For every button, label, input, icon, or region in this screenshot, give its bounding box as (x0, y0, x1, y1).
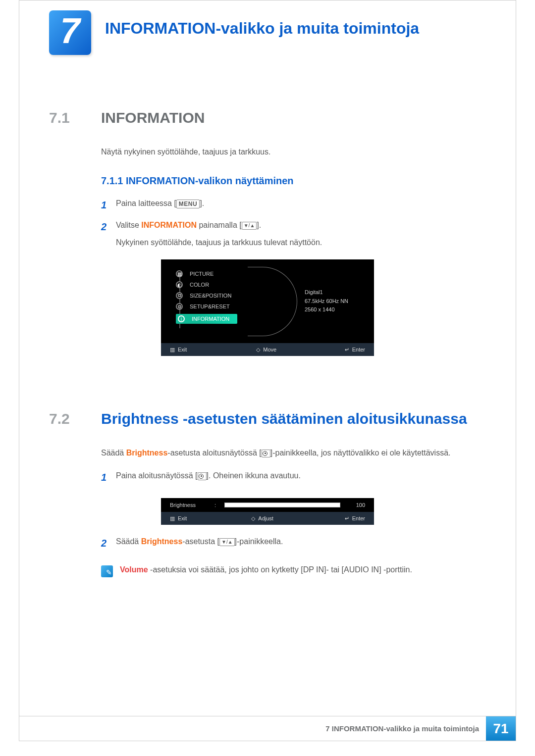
step-2: 2 Valitse INFORMATION painamalla [/]. (101, 218, 486, 235)
chapter-title: INFORMATION-valikko ja muita toimintoja (105, 19, 419, 38)
step-number: 2 (101, 218, 116, 235)
enter-icon: ↵ (345, 347, 349, 353)
picture-icon: ▦ (176, 270, 183, 277)
section-7-1-intro: Näytä nykyinen syöttölähde, taajuus ja t… (101, 146, 486, 158)
footer-page-number: 71 (486, 716, 516, 741)
osd-footer-enter: Enter (352, 347, 365, 353)
osd-brightness-row: Brightness : 100 (161, 498, 374, 512)
text: ]. Oheinen ikkuna avautuu. (207, 471, 301, 480)
osd-brightness-label: Brightness (170, 502, 214, 508)
osd-item-color: ◐COLOR (176, 279, 237, 290)
text: ]. (257, 221, 261, 229)
osd-curve-decoration (248, 267, 297, 336)
text: -asetusta aloitusnäytössä [ (167, 449, 261, 457)
note-row: Volume -asetuksia voi säätää, jos johto … (101, 565, 486, 577)
step-2-72: 2 Säädä Brightness-asetusta [/]-painikke… (101, 535, 486, 552)
text: Säädä (116, 537, 141, 546)
down-up-arrow-icon: / (219, 538, 235, 546)
text: ]-painikkeella, jos näyttövalikko ei ole… (270, 449, 451, 457)
osd-footer-exit: Exit (178, 347, 187, 353)
text: Valitse (116, 221, 141, 229)
menu-button-icon: MENU (176, 200, 200, 208)
exit-icon: ▥ (170, 347, 175, 353)
step-text: Paina aloitusnäytössä []. Oheinen ikkuna… (116, 469, 486, 482)
osd-information-menu: ▦PICTURE ◐COLOR ⧉SIZE&POSITION ⚙SETUP&RE… (161, 259, 374, 356)
osd-item-label: PICTURE (190, 271, 214, 277)
jog-button-icon (198, 472, 207, 480)
osd-item-size-position: ⧉SIZE&POSITION (176, 290, 237, 301)
text: Paina laitteessa [ (116, 199, 176, 207)
step-number: 2 (101, 535, 116, 552)
section-7-1-heading: 7.1 INFORMATION (49, 109, 486, 126)
osd-item-information: iINFORMATION (176, 312, 237, 326)
osd-footer-move: Move (263, 347, 276, 353)
subsection-7-1-1-heading: 7.1.1 INFORMATION-valikon näyttäminen (101, 175, 486, 187)
highlight: Volume (120, 565, 148, 574)
step-text: Säädä Brightness-asetusta [/]-painikkeel… (116, 535, 486, 548)
step-text: Valitse INFORMATION painamalla [/]. (116, 218, 486, 232)
osd-item-label: INFORMATION (192, 316, 229, 322)
osd-footer-adjust: Adjust (258, 515, 273, 521)
chapter-header: 7 INFORMATION-valikko ja muita toimintoj… (19, 0, 516, 55)
down-up-arrow-icon: / (242, 222, 257, 230)
step-number: 1 (101, 469, 116, 486)
osd-footer-enter: Enter (352, 515, 365, 521)
osd-brightness-panel: Brightness : 100 ▥Exit ◇Adjust ↵Enter (161, 498, 374, 525)
step-1-72: 1 Paina aloitusnäytössä []. Oheinen ikku… (101, 469, 486, 486)
osd-footer: ▥Exit ◇Adjust ↵Enter (161, 512, 374, 525)
information-icon: i (178, 315, 185, 322)
step-1: 1 Paina laitteessa [MENU]. (101, 197, 486, 213)
section-number: 7.1 (49, 109, 101, 126)
exit-icon: ▥ (170, 515, 175, 522)
text: -asetusta [ (182, 537, 219, 546)
osd-info-freq: 67.5kHz 60Hz NN (305, 297, 348, 306)
step-text: Paina laitteessa [MENU]. (116, 197, 486, 210)
osd-item-label: SIZE&POSITION (190, 293, 231, 299)
page-footer: 7 INFORMATION-valikko ja muita toimintoj… (19, 716, 516, 741)
setup-reset-icon: ⚙ (176, 303, 183, 310)
osd-brightness-value: 100 (340, 502, 365, 508)
section-7-2-heading: 7.2 Brightness -asetusten säätäminen alo… (49, 410, 486, 427)
osd-info-panel: Digital1 67.5kHz 60Hz NN 2560 x 1440 (305, 288, 348, 314)
osd-item-label: COLOR (190, 282, 209, 288)
highlight: INFORMATION (141, 221, 197, 229)
osd-brightness-bar (224, 503, 340, 507)
note-text: Volume -asetuksia voi säätää, jos johto … (120, 565, 412, 574)
colon: : (214, 502, 224, 508)
osd-info-resolution: 2560 x 1440 (305, 305, 348, 314)
jog-button-icon (262, 450, 270, 457)
footer-chapter-text: 7 INFORMATION-valikko ja muita toimintoj… (325, 716, 486, 741)
step-2-note: Nykyinen syöttölähde, taajuus ja tarkkuu… (116, 238, 486, 247)
color-icon: ◐ (176, 281, 183, 288)
osd-item-picture: ▦PICTURE (176, 268, 237, 279)
text: ]-painikkeella. (235, 537, 283, 546)
osd-footer-exit: Exit (178, 515, 187, 521)
size-position-icon: ⧉ (176, 292, 183, 299)
osd-footer: ▥Exit ◇Move ↵Enter (161, 343, 374, 356)
osd-item-label: SETUP&RESET (190, 303, 230, 309)
enter-icon: ↵ (345, 515, 349, 522)
move-icon: ◇ (256, 347, 260, 353)
text: -asetuksia voi säätää, jos johto on kytk… (148, 565, 412, 574)
section-title: INFORMATION (101, 109, 205, 126)
highlight: Brightness (141, 537, 183, 546)
highlight: Brightness (126, 449, 168, 457)
adjust-icon: ◇ (251, 515, 255, 522)
step-number: 1 (101, 197, 116, 213)
text: Paina aloitusnäytössä [ (116, 471, 198, 480)
note-icon (101, 565, 113, 577)
chapter-number-badge: 7 (49, 10, 91, 55)
section-number: 7.2 (49, 410, 101, 427)
text: ]. (200, 199, 204, 207)
osd-item-setup-reset: ⚙SETUP&RESET (176, 301, 237, 312)
text: painamalla [ (197, 221, 242, 229)
osd-menu-list: ▦PICTURE ◐COLOR ⧉SIZE&POSITION ⚙SETUP&RE… (176, 268, 237, 326)
section-title: Brightness -asetusten säätäminen aloitus… (101, 410, 467, 427)
manual-page: 7 INFORMATION-valikko ja muita toimintoj… (19, 0, 516, 741)
text: Säädä (101, 449, 126, 457)
section-7-2-intro: Säädä Brightness-asetusta aloitusnäytöss… (101, 447, 486, 459)
osd-info-source: Digital1 (305, 288, 348, 297)
